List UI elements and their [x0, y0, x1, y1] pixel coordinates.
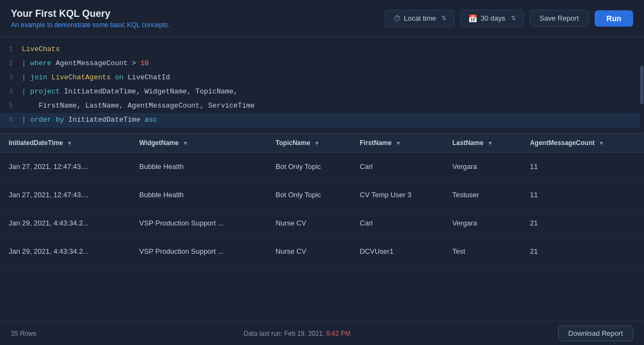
col-first-name-label: FirstName — [360, 139, 392, 147]
sort-icon-widget: ▼ — [183, 140, 188, 146]
cell-initiated-2: Jan 29, 2021, 4:43:34.2... — [0, 209, 131, 237]
header: Your First KQL Query An example to demon… — [0, 0, 644, 37]
cell-initiated-3: Jan 29, 2021, 4:43:34.2... — [0, 237, 131, 265]
cell-topic-2: Nurse CV — [267, 209, 351, 237]
code-content-5: FirstName, LastName, AgentMessageCount, … — [22, 100, 644, 112]
line-num-2: 2 — [0, 58, 22, 70]
scrollbar-thumb[interactable] — [640, 66, 643, 104]
download-report-button[interactable]: Download Report — [558, 325, 633, 341]
col-initiated-datetime-label: InitiatedDateTime — [9, 139, 63, 147]
code-line-4: 4 | project InitiatedDateTime, WidgetNam… — [0, 85, 644, 99]
days-selector-label: 30 days — [481, 14, 506, 22]
table-header-row: InitiatedDateTime ▼ WidgetName ▼ TopicNa… — [0, 134, 644, 153]
clock-icon: ⏱ — [393, 14, 401, 23]
table-row: Jan 27, 2021, 12:47:43.... Bubble Health… — [0, 152, 644, 180]
cell-count-0: 11 — [521, 152, 644, 180]
sort-icon-count: ▼ — [599, 140, 604, 146]
line-num-4: 4 — [0, 86, 22, 98]
sort-icon-last: ▼ — [488, 140, 493, 146]
col-topic-name[interactable]: TopicName ▼ — [267, 134, 351, 153]
results-table: InitiatedDateTime ▼ WidgetName ▼ TopicNa… — [0, 134, 644, 266]
cell-widget-0: Bubble Health — [131, 152, 267, 180]
time-selector[interactable]: ⏱ Local time ⇅ — [385, 10, 454, 27]
sort-icon-first: ▼ — [396, 140, 401, 146]
table-body: Jan 27, 2021, 12:47:43.... Bubble Health… — [0, 152, 644, 265]
table-row: Jan 29, 2021, 4:43:34.2... VSP Productio… — [0, 209, 644, 237]
footer: 35 Rows Data last run: Feb 19, 2021, 6:4… — [0, 321, 644, 345]
code-content-1: LiveChats — [22, 43, 644, 55]
cell-count-3: 21 — [521, 237, 644, 265]
cell-widget-2: VSP Production Support ... — [131, 209, 267, 237]
code-content-6: | order by InitiatedDateTime asc — [22, 114, 644, 126]
page-subtitle: An example to demonstrate some basic KQL… — [11, 21, 169, 29]
cell-widget-3: VSP Production Support ... — [131, 237, 267, 265]
last-run-info: Data last run: Feb 19, 2021, 6:42 PM — [244, 330, 351, 337]
code-editor: 1 LiveChats 2 | where AgentMessageCount … — [0, 37, 644, 134]
cell-last-2: Vergara — [444, 209, 521, 237]
results-table-container: InitiatedDateTime ▼ WidgetName ▼ TopicNa… — [0, 134, 644, 321]
cell-last-1: Testuser — [444, 180, 521, 209]
line-num-3: 3 — [0, 72, 22, 84]
page-title: Your First KQL Query — [11, 8, 169, 20]
cell-topic-3: Nurse CV — [267, 237, 351, 265]
table-row: Jan 27, 2021, 12:47:43.... Bubble Health… — [0, 180, 644, 209]
sort-icon-topic: ▼ — [314, 140, 320, 146]
line-num-5: 5 — [0, 100, 22, 112]
line-num-6: 6 — [0, 114, 22, 126]
header-left: Your First KQL Query An example to demon… — [11, 8, 169, 29]
cell-last-0: Vergara — [444, 152, 521, 180]
sort-icon-initiated: ▼ — [67, 140, 72, 146]
cell-last-3: Test — [444, 237, 521, 265]
cell-first-1: CV Temp User 3 — [351, 180, 444, 209]
run-button[interactable]: Run — [595, 10, 633, 27]
header-controls: ⏱ Local time ⇅ 📅 30 days ⇅ Save Report R… — [385, 10, 633, 27]
calendar-icon: 📅 — [468, 14, 477, 23]
last-run-text: Data last run: Feb 19, 2021, — [244, 330, 326, 337]
code-content-4: | project InitiatedDateTime, WidgetName,… — [22, 86, 644, 98]
days-selector[interactable]: 📅 30 days ⇅ — [460, 10, 524, 27]
cell-topic-0: Bot Only Topic — [267, 152, 351, 180]
cell-initiated-1: Jan 27, 2021, 12:47:43.... — [0, 180, 131, 209]
code-line-5: 5 FirstName, LastName, AgentMessageCount… — [0, 99, 644, 113]
col-last-name-label: LastName — [452, 139, 483, 147]
time-selector-arrows: ⇅ — [441, 15, 446, 22]
col-widget-name-label: WidgetName — [140, 139, 179, 147]
col-agent-message-count-label: AgentMessageCount — [530, 139, 595, 147]
code-line-3: 3 | join LiveChatAgents on LiveChatId — [0, 71, 644, 85]
cell-first-2: Carl — [351, 209, 444, 237]
col-agent-message-count[interactable]: AgentMessageCount ▼ — [521, 134, 644, 153]
rows-count: 35 Rows — [11, 330, 36, 337]
code-line-2: 2 | where AgentMessageCount > 10 — [0, 57, 644, 71]
table-row: Jan 29, 2021, 4:43:34.2... VSP Productio… — [0, 237, 644, 265]
code-line-6: 6 | order by InitiatedDateTime asc — [0, 113, 644, 127]
last-run-time: 6:42 PM — [326, 330, 351, 337]
col-initiated-datetime[interactable]: InitiatedDateTime ▼ — [0, 134, 131, 153]
cell-widget-1: Bubble Health — [131, 180, 267, 209]
cell-initiated-0: Jan 27, 2021, 12:47:43.... — [0, 152, 131, 180]
scrollbar-track — [640, 37, 644, 133]
cell-count-1: 11 — [521, 180, 644, 209]
time-selector-label: Local time — [404, 14, 436, 22]
col-first-name[interactable]: FirstName ▼ — [351, 134, 444, 153]
col-topic-name-label: TopicName — [276, 139, 311, 147]
col-last-name[interactable]: LastName ▼ — [444, 134, 521, 153]
code-line-1: 1 LiveChats — [0, 42, 644, 57]
save-report-button[interactable]: Save Report — [529, 10, 589, 27]
cell-count-2: 21 — [521, 209, 644, 237]
line-num-1: 1 — [0, 43, 22, 55]
col-widget-name[interactable]: WidgetName ▼ — [131, 134, 267, 153]
table-header: InitiatedDateTime ▼ WidgetName ▼ TopicNa… — [0, 134, 644, 153]
cell-topic-1: Bot Only Topic — [267, 180, 351, 209]
code-content-3: | join LiveChatAgents on LiveChatId — [22, 72, 644, 84]
days-selector-arrows: ⇅ — [511, 15, 516, 22]
cell-first-0: Carl — [351, 152, 444, 180]
code-content-2: | where AgentMessageCount > 10 — [22, 58, 644, 70]
cell-first-3: DCVUser1 — [351, 237, 444, 265]
